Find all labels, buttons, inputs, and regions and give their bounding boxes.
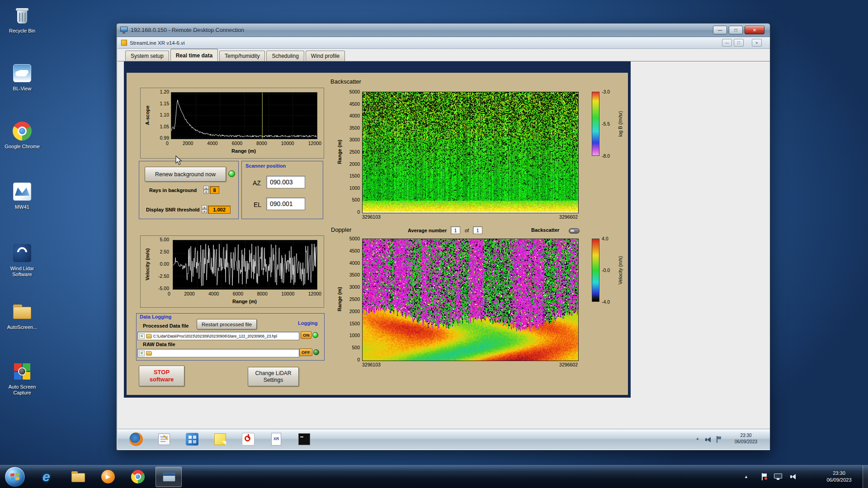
action-center-flag-icon[interactable] [761,473,767,480]
desktop-icon-auto-screen-capture[interactable]: Auto Screen Capture [2,361,42,396]
media-player-icon[interactable]: ▶ [100,469,116,484]
doppler-x-start: 3296103 [362,362,381,367]
decrement-icon[interactable]: ▾ [202,209,207,213]
decrement-icon[interactable]: ▾ [203,190,209,194]
renew-background-button[interactable]: Renew background now [145,167,226,182]
rdp-taskbar-button[interactable] [156,467,182,487]
snr-stepper[interactable]: ▴▾ [202,205,207,213]
desktop-icon-mw41[interactable]: MW41 [2,181,42,210]
el-value-field[interactable]: 090.001 [266,197,305,210]
app-maximize-icon[interactable]: □ [734,39,744,47]
raw-logging-toggle[interactable]: OFF [299,348,319,356]
tick-label: 500 [343,345,360,350]
volume-icon[interactable] [705,437,712,442]
backscatter-colorbar[interactable] [592,92,599,156]
desktop-icon-label: Auto Screen Capture [2,384,42,396]
snr-value-field[interactable]: 1.002 [208,206,231,214]
tick-label: 0 [166,141,169,146]
tick-label: 4.0 [602,236,610,241]
doppler-heatmap-canvas[interactable] [362,239,579,361]
network-monitor-icon[interactable] [774,474,783,481]
desktop-icon-recycle-bin[interactable]: Recycle Bin [2,5,42,34]
doppler-y-ticks: 5000450040003500300025002000150010005000 [343,236,360,362]
editor-icon[interactable] [157,432,171,446]
backscatter-colorbar-label: log B (/m/sr) [618,111,623,136]
tray-expand-icon[interactable]: ▲ [696,436,699,441]
on-toggle[interactable]: ON [301,331,311,339]
velocity-plot-canvas[interactable] [173,240,317,290]
raw-path-field[interactable]: C [137,349,299,357]
backscatter-toggle-switch[interactable] [569,228,580,234]
tray-expand-icon[interactable]: ▲ [744,474,748,479]
xr-document-icon[interactable]: XR [269,432,283,446]
desktop-icon-label: AutoScreen... [2,324,42,330]
recycle-bin-icon [11,5,33,26]
stop-label-2: software [150,376,174,383]
show-desktop-button[interactable] [863,465,868,488]
desktop-icon-bl-view[interactable]: BL-View [2,62,42,92]
tick-label: 1500 [343,174,360,178]
az-value-field[interactable]: 090.003 [266,176,305,188]
backscatter-x-start: 3296103 [362,214,381,220]
power-button-icon[interactable] [241,432,255,446]
remote-clock[interactable]: 23:30 06/09/2023 [728,432,764,445]
start-button[interactable] [5,466,25,487]
minimize-icon[interactable]: — [713,26,727,34]
velocity-x-ticks: 020004000600080001000012000 [168,291,321,296]
remote-app-icon[interactable] [185,432,199,446]
chrome-taskbar-icon[interactable] [130,469,146,484]
rays-stepper[interactable]: ▴▾ [203,186,209,194]
app-close-icon[interactable]: × [752,39,762,47]
raw-data-file-label: RAW Data file [143,342,175,347]
ascope-y-axis-label: A-scope [145,105,150,125]
backscatter-heatmap-canvas[interactable] [362,92,579,213]
processed-logging-toggle[interactable]: ON [301,331,318,339]
tick-label: 1.15 [156,101,169,106]
folder-icon[interactable] [146,334,152,338]
rdp-titlebar[interactable]: 192.168.0.150 - Remote Desktop Connectio… [117,23,770,37]
stop-software-button[interactable]: STOP software [139,366,184,386]
restart-processed-file-button[interactable]: Restart processed file [197,319,257,329]
maximize-icon[interactable]: □ [729,26,743,34]
ascope-plot-canvas[interactable] [171,92,317,139]
app-minimize-icon[interactable]: — [722,39,732,47]
explorer-icon[interactable] [71,469,86,485]
backscatter-x-ticks: 3296103 3296602 [362,214,578,220]
data-logging-title: Data Logging [140,314,171,319]
desktop-icon-wind-lidar[interactable]: Wind Lidar Software [2,242,42,277]
doppler-colorbar[interactable] [592,239,599,302]
increment-icon[interactable]: ▴ [202,205,207,209]
desktop-icon-autoscreen-folder[interactable]: AutoScreen... [2,301,42,330]
tab-scheduling[interactable]: Scheduling [266,51,304,61]
average-count-field[interactable]: 1 [473,226,482,234]
processed-data-file-label: Processed Data file [143,323,189,328]
system-clock[interactable]: 23:30 06/09/2023 [816,470,862,483]
folder-icon[interactable] [146,351,152,356]
increment-icon[interactable]: ▴ [203,186,209,190]
tick-label: 1.20 [156,89,169,94]
notification-flag-icon[interactable] [716,436,722,443]
sticky-notes-icon[interactable] [213,432,227,446]
doppler-title: Doppler [331,226,352,233]
change-lidar-settings-button[interactable]: Change LiDAR Settings [248,367,299,386]
tick-label: 10000 [281,291,294,296]
app-titlebar[interactable]: StreamLine XR v14-6.vi — □ × [118,37,770,49]
terminal-icon[interactable] [297,432,311,446]
processed-path-field[interactable]: C C:\Lidar\Data\Proc\2023\202309\2023090… [137,332,299,340]
tab-temp-humidity[interactable]: Temp/humidity [219,51,265,61]
rays-value-field[interactable]: 8 [210,186,219,194]
close-icon[interactable]: × [745,26,764,34]
volume-icon[interactable] [790,474,797,480]
off-toggle[interactable]: OFF [299,348,312,356]
tab-system-setup[interactable]: System setup [125,51,169,61]
firefox-icon[interactable] [129,432,143,446]
tick-label: 2000 [343,162,360,167]
desktop-icon-google-chrome[interactable]: Google Chrome [2,120,42,150]
tab-wind-profile[interactable]: Wind profile [306,51,345,61]
doppler-colorbar-label: Velocity (m/s) [618,256,623,284]
ascope-y-ticks: 1.201.151.101.050.99 [156,89,169,141]
tab-real-time-data[interactable]: Real time data [170,49,218,61]
tick-label: -5.00 [153,286,169,291]
internet-explorer-icon[interactable]: e [42,469,58,484]
average-number-field[interactable]: 1 [451,226,460,234]
